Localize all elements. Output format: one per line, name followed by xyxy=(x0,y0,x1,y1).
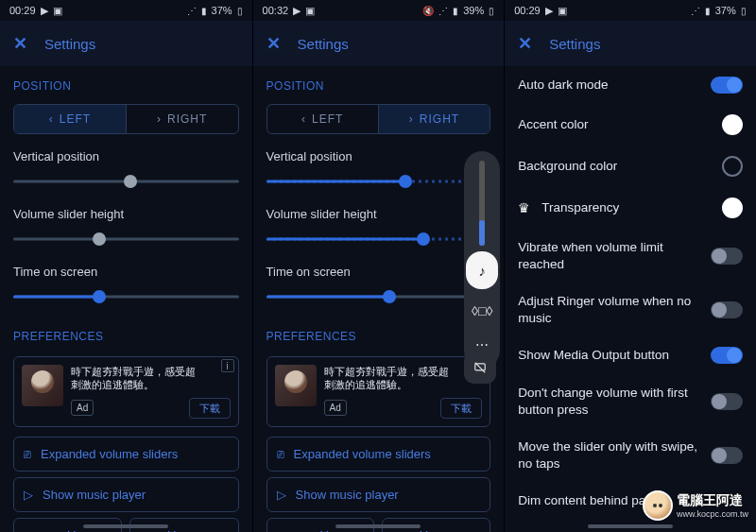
ad-cta-button[interactable]: 下載 xyxy=(440,398,482,419)
rect-icon: ▭ xyxy=(46,528,58,532)
screen-1: 00:29 ▶ ▣ ⋰ ▮ 37% ▯ ✕ Settings POSITION … xyxy=(0,0,252,532)
chevron-left-icon: ‹ xyxy=(49,112,54,126)
row-label: Transparency xyxy=(541,199,711,216)
play-icon: ▷ xyxy=(24,488,33,502)
status-battery: 37% xyxy=(212,5,232,16)
ad-card[interactable]: i 時下超夯對戰手遊，感受超 刺激的追逃體驗。 Ad 下載 xyxy=(13,356,239,427)
row-label: Vibrate when volume limit reached xyxy=(518,239,699,272)
toggle[interactable] xyxy=(711,447,743,464)
close-icon[interactable]: ✕ xyxy=(518,33,532,54)
status-time: 00:29 xyxy=(514,5,541,16)
toggle[interactable] xyxy=(711,248,743,265)
status-bar: 00:32 ▶ ▣ 🔇 ⋰ ▮ 39% ▯ xyxy=(253,0,505,21)
setting-row[interactable]: Show Media Output button xyxy=(505,336,756,374)
music-note-icon[interactable]: ♪ xyxy=(466,251,498,289)
color-swatch[interactable] xyxy=(722,156,743,177)
setting-row[interactable]: Auto dark mode xyxy=(505,66,756,104)
setting-row[interactable]: Accent color xyxy=(505,104,756,146)
slider[interactable] xyxy=(266,231,491,248)
play-icon: ▷ xyxy=(277,488,286,502)
slider[interactable] xyxy=(13,231,239,248)
status-bar: 00:29 ▶ ▣ ⋰ ▮ 37% ▯ xyxy=(505,0,756,21)
youtube-icon: ▶ xyxy=(545,5,553,17)
setting-row[interactable]: Move the slider only with swipe, no taps xyxy=(505,428,756,482)
status-time: 00:32 xyxy=(263,5,289,16)
screen-2: 00:32 ▶ ▣ 🔇 ⋰ ▮ 39% ▯ ✕ Settings POSITIO… xyxy=(252,0,505,532)
sliders-icon: ⎚ xyxy=(24,447,31,461)
slider[interactable] xyxy=(266,173,491,190)
volume-overlay[interactable]: ♪ ◊□◊ ⋯ xyxy=(464,151,500,369)
row-label: Auto dark mode xyxy=(518,77,699,94)
setting-row[interactable]: Adjust Ringer volume when no music xyxy=(505,283,756,336)
slider[interactable] xyxy=(13,288,239,305)
battery-icon: ▯ xyxy=(237,6,243,16)
youtube-icon: ▶ xyxy=(41,5,48,17)
gesture-bar xyxy=(588,524,673,528)
row-label: Show Media Output button xyxy=(518,347,699,364)
close-icon[interactable]: ✕ xyxy=(266,33,281,54)
crown-icon: ♛ xyxy=(518,200,530,215)
cast-off-icon[interactable] xyxy=(464,352,496,384)
position-segment: ‹ LEFT › RIGHT xyxy=(13,104,239,134)
toggle[interactable] xyxy=(711,301,743,318)
ad-card[interactable]: 時下超夯對戰手遊，感受超 刺激的追逃體驗。 Ad 下載 xyxy=(266,356,491,427)
ad-badge: Ad xyxy=(71,400,94,416)
signal-icon: ▮ xyxy=(705,6,711,16)
toggle[interactable] xyxy=(711,393,743,410)
vibrate-icon[interactable]: ◊□◊ xyxy=(466,295,498,327)
setting-row[interactable]: Background color xyxy=(505,146,756,187)
status-time: 00:29 xyxy=(9,5,36,16)
toggle[interactable] xyxy=(711,77,743,94)
wifi-icon: ⋰ xyxy=(187,6,197,16)
chevron-right-icon: › xyxy=(409,112,414,126)
watermark-avatar xyxy=(643,490,673,521)
watermark: 電腦王阿達 www.kocpc.com.tw xyxy=(643,490,748,521)
segment-left[interactable]: ‹ LEFT xyxy=(267,105,378,133)
toggle[interactable] xyxy=(711,347,743,364)
segment-right[interactable]: › RIGHT xyxy=(126,105,238,133)
section-position: POSITION xyxy=(253,66,505,100)
slider-volume-height: Volume slider height xyxy=(0,201,252,259)
mute-icon: 🔇 xyxy=(422,6,434,16)
slider-time-on-screen: Time on screen xyxy=(0,259,252,317)
app-bar: ✕ Settings xyxy=(0,21,252,66)
setting-row[interactable]: Don't change volume with first button pr… xyxy=(505,374,756,428)
close-icon[interactable]: ✕ xyxy=(13,33,27,54)
show-music-player-button[interactable]: ▷ Show music player xyxy=(13,477,239,512)
gesture-bar xyxy=(83,524,168,528)
image-icon: ▣ xyxy=(53,5,62,17)
ad-image xyxy=(22,365,63,406)
wifi-icon: ⋰ xyxy=(691,6,700,16)
show-music-player-button[interactable]: ▷ Show music player xyxy=(266,477,491,512)
slider[interactable] xyxy=(266,288,491,305)
page-title: Settings xyxy=(549,36,600,52)
slider-vertical-position: Vertical position xyxy=(0,144,252,201)
color-swatch[interactable] xyxy=(722,197,743,218)
page-title: Settings xyxy=(44,36,95,52)
expanded-sliders-button[interactable]: ⎚ Expanded volume sliders xyxy=(13,437,239,472)
screen-3: 00:29 ▶ ▣ ⋰ ▮ 37% ▯ ✕ Settings Auto dark… xyxy=(504,0,756,532)
setting-row[interactable]: Vibrate when volume limit reached xyxy=(505,229,756,283)
row-label: Move the slider only with swipe, no taps xyxy=(518,438,699,472)
ad-close-icon[interactable]: i xyxy=(221,359,234,372)
status-battery: 39% xyxy=(463,5,484,16)
section-position: POSITION xyxy=(0,66,252,100)
page-title: Settings xyxy=(298,36,349,52)
section-preferences: PREFERENCES xyxy=(0,317,252,351)
volume-track[interactable] xyxy=(479,161,485,246)
signal-icon: ▮ xyxy=(453,6,458,16)
wifi-icon: ⋰ xyxy=(438,6,448,16)
color-swatch[interactable] xyxy=(722,114,743,135)
segment-left[interactable]: ‹ LEFT xyxy=(14,105,126,133)
segment-right[interactable]: › RIGHT xyxy=(378,105,490,133)
chevron-right-icon: › xyxy=(157,112,162,126)
slider[interactable] xyxy=(13,173,239,190)
expanded-sliders-button[interactable]: ⎚ Expanded volume sliders xyxy=(266,437,491,472)
row-label: Accent color xyxy=(518,116,711,133)
position-segment: ‹ LEFT › RIGHT xyxy=(266,104,491,134)
setting-row[interactable]: ♛Transparency xyxy=(505,187,756,229)
ad-text: 時下超夯對戰手遊，感受超 刺激的追逃體驗。 Ad 下載 xyxy=(71,365,231,419)
row-label: Adjust Ringer volume when no music xyxy=(518,293,699,326)
ad-cta-button[interactable]: 下載 xyxy=(189,398,231,419)
row-label: Don't change volume with first button pr… xyxy=(518,385,699,418)
